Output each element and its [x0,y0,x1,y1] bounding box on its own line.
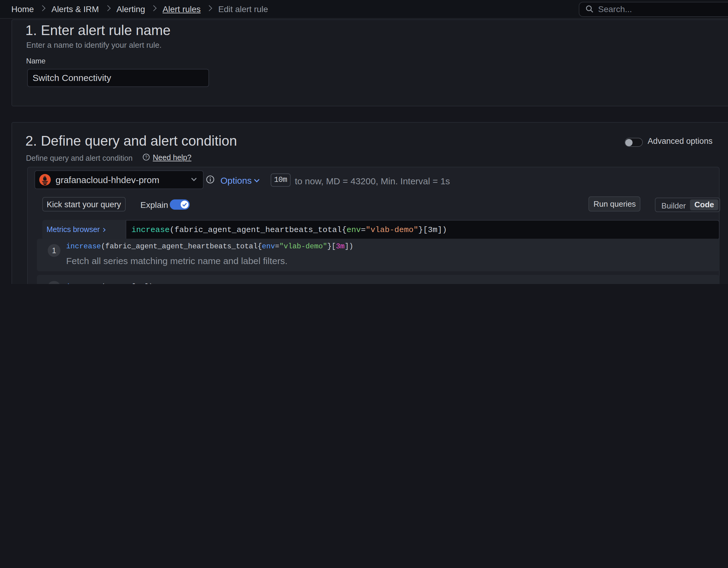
svg-text:?: ? [145,155,147,160]
